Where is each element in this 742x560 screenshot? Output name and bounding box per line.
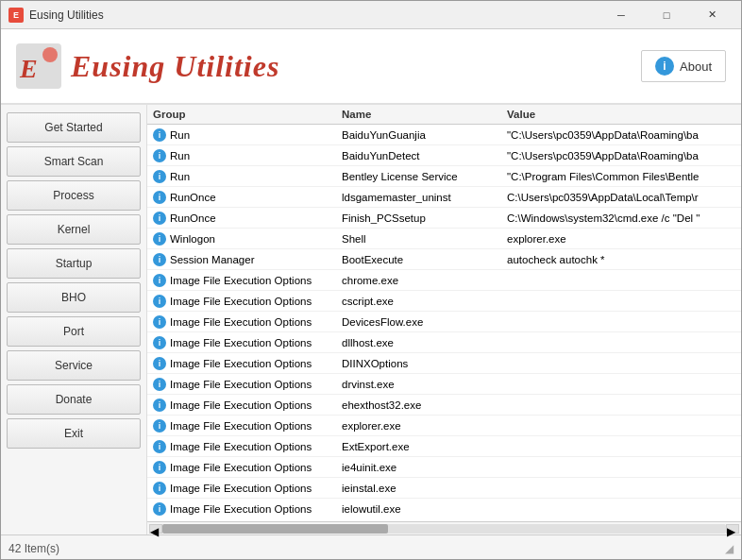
table-row[interactable]: i Image File Execution Options drvinst.e… bbox=[147, 374, 741, 395]
column-value: Value bbox=[507, 109, 735, 120]
maximize-button[interactable]: □ bbox=[645, 1, 688, 29]
group-value: Image File Execution Options bbox=[170, 399, 312, 411]
cell-value: "C:\Users\pc0359\AppData\Roaming\ba bbox=[507, 150, 735, 161]
cell-value: C:\Windows\system32\cmd.exe /c "Del " bbox=[507, 212, 735, 224]
group-value: RunOnce bbox=[170, 192, 216, 203]
app-icon: E bbox=[8, 8, 24, 23]
value-value: "C:\Program Files\Common Files\Bentle bbox=[507, 171, 699, 182]
name-value: BaiduYunGuanjia bbox=[342, 129, 426, 141]
exit-button[interactable]: Exit bbox=[7, 418, 141, 449]
group-value: Image File Execution Options bbox=[170, 483, 312, 494]
table-row[interactable]: i Image File Execution Options ExtExport… bbox=[147, 436, 741, 457]
close-button[interactable]: ✕ bbox=[690, 1, 734, 29]
info-icon: i bbox=[153, 128, 166, 142]
name-value: Finish_PCSsetup bbox=[342, 212, 426, 224]
table-row[interactable]: i Image File Execution Options cscript.e… bbox=[147, 291, 741, 312]
donate-button[interactable]: Donate bbox=[7, 384, 141, 415]
cell-name: explorer.exe bbox=[342, 420, 507, 432]
cell-group: i Run bbox=[153, 149, 342, 162]
table-row[interactable]: i Winlogon Shell explorer.exe bbox=[147, 229, 741, 249]
table-row[interactable]: i Image File Execution Options ieinstal.… bbox=[147, 478, 741, 499]
hscroll-thumb[interactable] bbox=[162, 524, 388, 534]
info-icon: i bbox=[153, 253, 166, 266]
service-button[interactable]: Service bbox=[7, 350, 141, 381]
cell-name: DevicesFlow.exe bbox=[342, 316, 507, 328]
smart-scan-button[interactable]: Smart Scan bbox=[7, 146, 141, 177]
cell-group: i Image File Execution Options bbox=[153, 274, 342, 287]
table-row[interactable]: i Run Bentley License Service "C:\Progra… bbox=[147, 166, 741, 187]
value-value: autocheck autochk * bbox=[507, 254, 605, 265]
title-bar-left: E Eusing Utilities bbox=[8, 8, 104, 23]
name-value: cscript.exe bbox=[342, 296, 394, 307]
status-bar: 42 Item(s) ◢ bbox=[1, 535, 741, 560]
logo-icon: E bbox=[16, 43, 61, 89]
cell-group: i Image File Execution Options bbox=[153, 295, 342, 308]
svg-text:E: E bbox=[19, 54, 38, 83]
about-button[interactable]: i About bbox=[641, 50, 726, 82]
hscroll-right-arrow[interactable]: ▶ bbox=[726, 524, 739, 534]
kernel-button[interactable]: Kernel bbox=[7, 214, 141, 245]
table-row[interactable]: i Image File Execution Options chrome.ex… bbox=[147, 270, 741, 291]
cell-group: i Image File Execution Options bbox=[153, 482, 342, 495]
table-row[interactable]: i RunOnce ldsgamemaster_uninst C:\Users\… bbox=[147, 187, 741, 208]
name-value: BootExecute bbox=[342, 254, 403, 265]
name-value: chrome.exe bbox=[342, 275, 398, 286]
table-row[interactable]: i Image File Execution Options explorer.… bbox=[147, 416, 741, 436]
cell-value: C:\Users\pc0359\AppData\Local\Temp\r bbox=[507, 192, 735, 203]
table-row[interactable]: i Run BaiduYunDetect "C:\Users\pc0359\Ap… bbox=[147, 145, 741, 166]
info-icon: i bbox=[153, 170, 166, 183]
name-value: explorer.exe bbox=[342, 420, 401, 432]
resize-handle: ◢ bbox=[725, 542, 734, 555]
bho-button[interactable]: BHO bbox=[7, 282, 141, 313]
cell-name: Bentley License Service bbox=[342, 171, 507, 182]
group-value: Image File Execution Options bbox=[170, 296, 312, 307]
hscroll-track bbox=[162, 524, 726, 534]
column-name: Name bbox=[342, 109, 507, 120]
content-area: Group Name Value i Run BaiduYunGuanjia "… bbox=[147, 105, 741, 535]
group-value: Image File Execution Options bbox=[170, 275, 312, 286]
info-icon: i bbox=[153, 232, 166, 246]
table-row[interactable]: i Image File Execution Options ielowutil… bbox=[147, 499, 741, 518]
info-icon: i bbox=[153, 440, 166, 453]
table-container: Group Name Value i Run BaiduYunGuanjia "… bbox=[147, 105, 741, 521]
table-row[interactable]: i Image File Execution Options dllhost.e… bbox=[147, 332, 741, 353]
info-icon: i bbox=[153, 336, 166, 349]
svg-point-2 bbox=[42, 47, 58, 62]
about-label: About bbox=[680, 59, 712, 74]
get-started-button[interactable]: Get Started bbox=[7, 112, 141, 143]
table-row[interactable]: i Run BaiduYunGuanjia "C:\Users\pc0359\A… bbox=[147, 125, 741, 145]
name-value: ie4uinit.exe bbox=[342, 462, 396, 473]
cell-group: i Image File Execution Options bbox=[153, 357, 342, 370]
value-value: explorer.exe bbox=[507, 233, 566, 245]
info-icon: i bbox=[153, 419, 166, 433]
table-row[interactable]: i Image File Execution Options ie4uinit.… bbox=[147, 457, 741, 478]
startup-button[interactable]: Startup bbox=[7, 248, 141, 279]
group-value: Run bbox=[170, 150, 190, 161]
cell-value: autocheck autochk * bbox=[507, 254, 735, 265]
hscroll-left-arrow[interactable]: ◀ bbox=[149, 524, 162, 534]
process-button[interactable]: Process bbox=[7, 180, 141, 211]
name-value: DIINXOptions bbox=[342, 358, 408, 369]
title-bar: E Eusing Utilities ─ □ ✕ bbox=[1, 1, 741, 29]
group-value: Image File Execution Options bbox=[170, 337, 312, 348]
port-button[interactable]: Port bbox=[7, 316, 141, 347]
minimize-button[interactable]: ─ bbox=[599, 1, 643, 29]
table-row[interactable]: i RunOnce Finish_PCSsetup C:\Windows\sys… bbox=[147, 208, 741, 229]
info-icon: i bbox=[153, 357, 166, 370]
cell-group: i Image File Execution Options bbox=[153, 461, 342, 474]
group-value: RunOnce bbox=[170, 212, 216, 224]
table-scroll[interactable]: i Run BaiduYunGuanjia "C:\Users\pc0359\A… bbox=[147, 125, 741, 518]
cell-name: ldsgamemaster_uninst bbox=[342, 192, 507, 203]
cell-name: drvinst.exe bbox=[342, 379, 507, 390]
cell-name: dllhost.exe bbox=[342, 337, 507, 348]
table-row[interactable]: i Image File Execution Options DIINXOpti… bbox=[147, 353, 741, 374]
title-bar-controls: ─ □ ✕ bbox=[599, 1, 734, 29]
window-title: Eusing Utilities bbox=[29, 8, 104, 22]
table-row[interactable]: i Session Manager BootExecute autocheck … bbox=[147, 249, 741, 270]
group-value: Session Manager bbox=[170, 254, 255, 265]
header: E Eusing Utilities i About bbox=[1, 29, 741, 105]
horizontal-scrollbar[interactable]: ◀ ▶ bbox=[147, 521, 741, 535]
table-row[interactable]: i Image File Execution Options ehexthost… bbox=[147, 395, 741, 416]
value-value: C:\Users\pc0359\AppData\Local\Temp\r bbox=[507, 192, 699, 203]
table-row[interactable]: i Image File Execution Options DevicesFl… bbox=[147, 312, 741, 332]
